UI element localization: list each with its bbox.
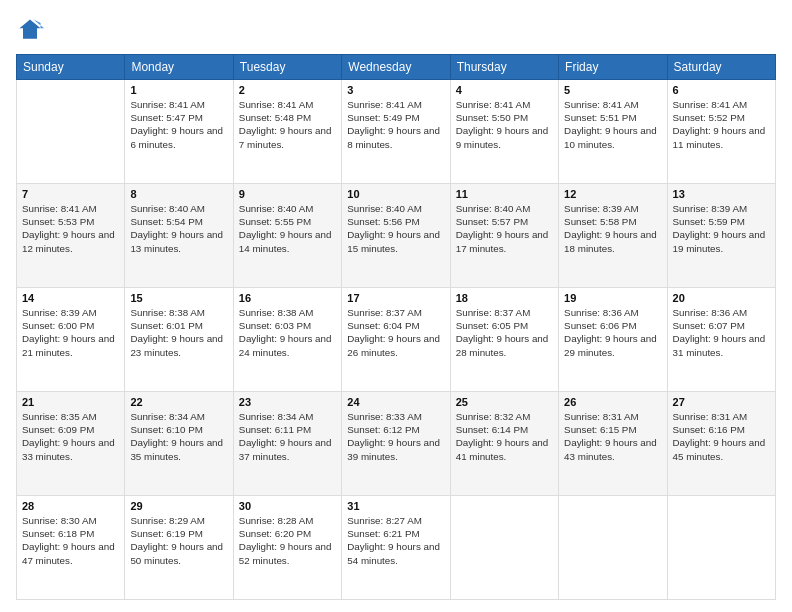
day-number: 12	[564, 188, 661, 200]
calendar-cell: 1Sunrise: 8:41 AMSunset: 5:47 PMDaylight…	[125, 80, 233, 184]
day-info: Sunrise: 8:28 AMSunset: 6:20 PMDaylight:…	[239, 514, 336, 567]
calendar-cell	[17, 80, 125, 184]
calendar-header-wednesday: Wednesday	[342, 55, 450, 80]
calendar-cell: 20Sunrise: 8:36 AMSunset: 6:07 PMDayligh…	[667, 288, 775, 392]
calendar-week-row: 21Sunrise: 8:35 AMSunset: 6:09 PMDayligh…	[17, 392, 776, 496]
calendar-cell: 22Sunrise: 8:34 AMSunset: 6:10 PMDayligh…	[125, 392, 233, 496]
day-number: 20	[673, 292, 770, 304]
day-info: Sunrise: 8:31 AMSunset: 6:15 PMDaylight:…	[564, 410, 661, 463]
day-info: Sunrise: 8:41 AMSunset: 5:47 PMDaylight:…	[130, 98, 227, 151]
calendar-cell	[559, 496, 667, 600]
day-info: Sunrise: 8:41 AMSunset: 5:50 PMDaylight:…	[456, 98, 553, 151]
day-number: 7	[22, 188, 119, 200]
calendar-week-row: 1Sunrise: 8:41 AMSunset: 5:47 PMDaylight…	[17, 80, 776, 184]
calendar-cell: 6Sunrise: 8:41 AMSunset: 5:52 PMDaylight…	[667, 80, 775, 184]
calendar-header-sunday: Sunday	[17, 55, 125, 80]
day-number: 14	[22, 292, 119, 304]
day-number: 18	[456, 292, 553, 304]
day-number: 11	[456, 188, 553, 200]
day-number: 23	[239, 396, 336, 408]
header	[16, 16, 776, 44]
day-info: Sunrise: 8:30 AMSunset: 6:18 PMDaylight:…	[22, 514, 119, 567]
day-info: Sunrise: 8:40 AMSunset: 5:54 PMDaylight:…	[130, 202, 227, 255]
calendar-cell: 7Sunrise: 8:41 AMSunset: 5:53 PMDaylight…	[17, 184, 125, 288]
day-info: Sunrise: 8:31 AMSunset: 6:16 PMDaylight:…	[673, 410, 770, 463]
calendar-header-thursday: Thursday	[450, 55, 558, 80]
day-number: 29	[130, 500, 227, 512]
day-info: Sunrise: 8:41 AMSunset: 5:52 PMDaylight:…	[673, 98, 770, 151]
calendar-cell: 13Sunrise: 8:39 AMSunset: 5:59 PMDayligh…	[667, 184, 775, 288]
calendar-cell: 29Sunrise: 8:29 AMSunset: 6:19 PMDayligh…	[125, 496, 233, 600]
calendar-cell: 8Sunrise: 8:40 AMSunset: 5:54 PMDaylight…	[125, 184, 233, 288]
calendar-cell: 5Sunrise: 8:41 AMSunset: 5:51 PMDaylight…	[559, 80, 667, 184]
calendar-week-row: 14Sunrise: 8:39 AMSunset: 6:00 PMDayligh…	[17, 288, 776, 392]
day-number: 13	[673, 188, 770, 200]
day-info: Sunrise: 8:36 AMSunset: 6:06 PMDaylight:…	[564, 306, 661, 359]
day-number: 6	[673, 84, 770, 96]
calendar-header-row: SundayMondayTuesdayWednesdayThursdayFrid…	[17, 55, 776, 80]
logo-icon	[16, 16, 44, 44]
day-info: Sunrise: 8:40 AMSunset: 5:55 PMDaylight:…	[239, 202, 336, 255]
day-number: 25	[456, 396, 553, 408]
day-info: Sunrise: 8:37 AMSunset: 6:05 PMDaylight:…	[456, 306, 553, 359]
day-info: Sunrise: 8:41 AMSunset: 5:51 PMDaylight:…	[564, 98, 661, 151]
day-number: 31	[347, 500, 444, 512]
day-info: Sunrise: 8:41 AMSunset: 5:49 PMDaylight:…	[347, 98, 444, 151]
day-info: Sunrise: 8:32 AMSunset: 6:14 PMDaylight:…	[456, 410, 553, 463]
day-info: Sunrise: 8:34 AMSunset: 6:10 PMDaylight:…	[130, 410, 227, 463]
calendar-cell: 27Sunrise: 8:31 AMSunset: 6:16 PMDayligh…	[667, 392, 775, 496]
calendar-cell: 10Sunrise: 8:40 AMSunset: 5:56 PMDayligh…	[342, 184, 450, 288]
day-number: 28	[22, 500, 119, 512]
day-number: 4	[456, 84, 553, 96]
day-info: Sunrise: 8:41 AMSunset: 5:53 PMDaylight:…	[22, 202, 119, 255]
day-number: 19	[564, 292, 661, 304]
day-number: 30	[239, 500, 336, 512]
calendar-header-saturday: Saturday	[667, 55, 775, 80]
calendar-cell	[450, 496, 558, 600]
day-number: 16	[239, 292, 336, 304]
page: SundayMondayTuesdayWednesdayThursdayFrid…	[0, 0, 792, 612]
calendar-cell: 3Sunrise: 8:41 AMSunset: 5:49 PMDaylight…	[342, 80, 450, 184]
day-number: 26	[564, 396, 661, 408]
day-number: 2	[239, 84, 336, 96]
calendar-cell: 11Sunrise: 8:40 AMSunset: 5:57 PMDayligh…	[450, 184, 558, 288]
calendar-cell: 16Sunrise: 8:38 AMSunset: 6:03 PMDayligh…	[233, 288, 341, 392]
calendar-week-row: 7Sunrise: 8:41 AMSunset: 5:53 PMDaylight…	[17, 184, 776, 288]
calendar-week-row: 28Sunrise: 8:30 AMSunset: 6:18 PMDayligh…	[17, 496, 776, 600]
day-info: Sunrise: 8:38 AMSunset: 6:01 PMDaylight:…	[130, 306, 227, 359]
day-number: 24	[347, 396, 444, 408]
day-info: Sunrise: 8:34 AMSunset: 6:11 PMDaylight:…	[239, 410, 336, 463]
calendar-cell: 4Sunrise: 8:41 AMSunset: 5:50 PMDaylight…	[450, 80, 558, 184]
calendar-cell: 31Sunrise: 8:27 AMSunset: 6:21 PMDayligh…	[342, 496, 450, 600]
day-number: 27	[673, 396, 770, 408]
calendar-cell	[667, 496, 775, 600]
calendar-cell: 14Sunrise: 8:39 AMSunset: 6:00 PMDayligh…	[17, 288, 125, 392]
day-info: Sunrise: 8:37 AMSunset: 6:04 PMDaylight:…	[347, 306, 444, 359]
day-info: Sunrise: 8:39 AMSunset: 6:00 PMDaylight:…	[22, 306, 119, 359]
day-info: Sunrise: 8:27 AMSunset: 6:21 PMDaylight:…	[347, 514, 444, 567]
calendar-cell: 26Sunrise: 8:31 AMSunset: 6:15 PMDayligh…	[559, 392, 667, 496]
day-number: 9	[239, 188, 336, 200]
day-number: 17	[347, 292, 444, 304]
calendar-cell: 28Sunrise: 8:30 AMSunset: 6:18 PMDayligh…	[17, 496, 125, 600]
calendar-cell: 25Sunrise: 8:32 AMSunset: 6:14 PMDayligh…	[450, 392, 558, 496]
calendar-cell: 18Sunrise: 8:37 AMSunset: 6:05 PMDayligh…	[450, 288, 558, 392]
calendar-header-tuesday: Tuesday	[233, 55, 341, 80]
day-info: Sunrise: 8:35 AMSunset: 6:09 PMDaylight:…	[22, 410, 119, 463]
calendar-cell: 21Sunrise: 8:35 AMSunset: 6:09 PMDayligh…	[17, 392, 125, 496]
calendar-cell: 2Sunrise: 8:41 AMSunset: 5:48 PMDaylight…	[233, 80, 341, 184]
day-info: Sunrise: 8:29 AMSunset: 6:19 PMDaylight:…	[130, 514, 227, 567]
day-number: 1	[130, 84, 227, 96]
logo	[16, 16, 48, 44]
day-number: 10	[347, 188, 444, 200]
day-info: Sunrise: 8:40 AMSunset: 5:57 PMDaylight:…	[456, 202, 553, 255]
calendar-cell: 15Sunrise: 8:38 AMSunset: 6:01 PMDayligh…	[125, 288, 233, 392]
day-number: 5	[564, 84, 661, 96]
day-info: Sunrise: 8:33 AMSunset: 6:12 PMDaylight:…	[347, 410, 444, 463]
calendar-cell: 30Sunrise: 8:28 AMSunset: 6:20 PMDayligh…	[233, 496, 341, 600]
day-number: 3	[347, 84, 444, 96]
calendar-cell: 24Sunrise: 8:33 AMSunset: 6:12 PMDayligh…	[342, 392, 450, 496]
day-number: 22	[130, 396, 227, 408]
day-number: 8	[130, 188, 227, 200]
day-number: 15	[130, 292, 227, 304]
